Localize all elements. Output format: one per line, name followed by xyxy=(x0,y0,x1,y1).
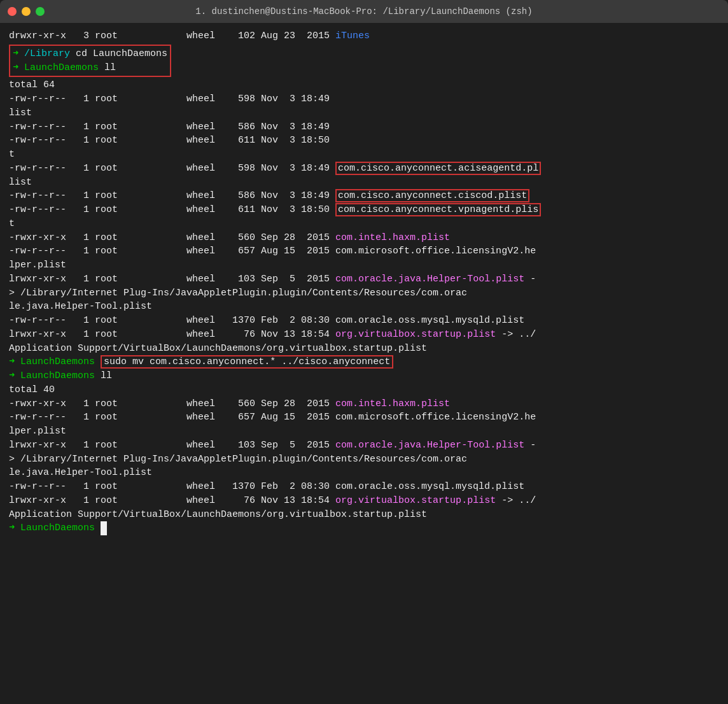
terminal-line: > /Library/Internet Plug-Ins/JavaAppletP… xyxy=(9,453,719,467)
terminal-window: 1. dustinchen@Dustins-MacBook-Pro: /Libr… xyxy=(0,0,728,704)
terminal-line: -rw-r--r-- 1 root wheel 657 Aug 15 2015 … xyxy=(9,411,719,425)
terminal-line: -rwxr-xr-x 1 root wheel 560 Sep 28 2015 … xyxy=(9,231,719,245)
terminal-line: lrwxr-xr-x 1 root wheel 103 Sep 5 2015 c… xyxy=(9,272,719,286)
terminal-last-line: ➜ LaunchDaemons xyxy=(9,521,719,535)
terminal-line: lper.plist xyxy=(9,258,719,272)
terminal-line: ➜ LaunchDaemons ll xyxy=(9,369,719,383)
terminal-line: ➜ /Library cd LaunchDaemons xyxy=(13,47,167,61)
terminal-line: ➜ LaunchDaemons ll xyxy=(13,61,167,75)
terminal-line: drwxr-xr-x 3 root wheel 102 Aug 23 2015 … xyxy=(9,29,719,43)
titlebar: 1. dustinchen@Dustins-MacBook-Pro: /Libr… xyxy=(0,0,728,23)
traffic-lights xyxy=(8,7,45,16)
terminal-line: -rw-r--r-- 1 root wheel 657 Aug 15 2015 … xyxy=(9,244,719,258)
terminal-line: t xyxy=(9,217,719,231)
minimize-button[interactable] xyxy=(22,7,31,16)
terminal-line: lrwxr-xr-x 1 root wheel 76 Nov 13 18:54 … xyxy=(9,328,719,342)
terminal-line: lper.plist xyxy=(9,425,719,439)
terminal-line: -rw-r--r-- 1 root wheel 586 Nov 3 18:49 xyxy=(9,120,719,134)
terminal-line: lrwxr-xr-x 1 root wheel 76 Nov 13 18:54 … xyxy=(9,494,719,508)
cursor xyxy=(101,521,107,535)
terminal-line: -rwxr-xr-x 1 root wheel 560 Sep 28 2015 … xyxy=(9,397,719,411)
terminal-line: Application Support/VirtualBox/LaunchDae… xyxy=(9,342,719,356)
cisco-files-section: -rw-r--r-- 1 root wheel 598 Nov 3 18:49 … xyxy=(9,92,719,162)
maximize-button[interactable] xyxy=(36,7,45,16)
terminal-line: -rw-r--r-- 1 root wheel 611 Nov 3 18:50 … xyxy=(9,203,719,217)
terminal-line: lrwxr-xr-x 1 root wheel 103 Sep 5 2015 c… xyxy=(9,439,719,453)
command-box-1: ➜ /Library cd LaunchDaemons ➜ LaunchDaem… xyxy=(9,45,171,78)
terminal-line: -rw-r--r-- 1 root wheel 1370 Feb 2 08:30… xyxy=(9,480,719,494)
terminal-content: -rw-r--r-- 1 root wheel 598 Nov 3 18:49 … xyxy=(9,162,719,535)
terminal-line: t xyxy=(9,148,719,162)
terminal-line: list xyxy=(9,106,719,120)
terminal-line: total 40 xyxy=(9,383,719,397)
terminal-line: le.java.Helper-Tool.plist xyxy=(9,466,719,480)
terminal-body[interactable]: drwxr-xr-x 3 root wheel 102 Aug 23 2015 … xyxy=(0,23,728,704)
window-title: 1. dustinchen@Dustins-MacBook-Pro: /Libr… xyxy=(195,6,532,17)
terminal-line: le.java.Helper-Tool.plist xyxy=(9,300,719,314)
close-button[interactable] xyxy=(8,7,17,16)
terminal-line: -rw-r--r-- 1 root wheel 586 Nov 3 18:49 … xyxy=(9,189,719,203)
file-list-left: -rw-r--r-- 1 root wheel 598 Nov 3 18:49 … xyxy=(9,92,719,162)
terminal-line: total 64 xyxy=(9,78,719,92)
terminal-line: list xyxy=(9,176,719,190)
terminal-line: -rw-r--r-- 1 root wheel 598 Nov 3 18:49 … xyxy=(9,162,719,176)
terminal-line: -rw-r--r-- 1 root wheel 611 Nov 3 18:50 xyxy=(9,134,719,148)
terminal-line: -rw-r--r-- 1 root wheel 1370 Feb 2 08:30… xyxy=(9,314,719,328)
terminal-line: Application Support/VirtualBox/LaunchDae… xyxy=(9,508,719,522)
terminal-line: > /Library/Internet Plug-Ins/JavaAppletP… xyxy=(9,286,719,300)
terminal-line: ➜ LaunchDaemons sudo mv com.cisco.anycon… xyxy=(9,355,719,369)
terminal-line: -rw-r--r-- 1 root wheel 598 Nov 3 18:49 xyxy=(9,92,719,106)
